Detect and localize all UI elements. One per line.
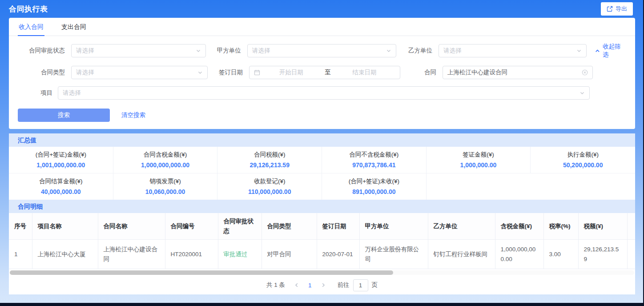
project-placeholder: 请选择 [63, 89, 580, 97]
chevron-right-icon [321, 282, 326, 288]
contract-label: 合同 [411, 68, 436, 76]
summary-value: 10,060,000.00 [116, 188, 215, 195]
cell-party-a: 万科企业股份有限公司 [359, 240, 428, 269]
col-header-seq: 序号 [9, 213, 32, 240]
clear-search-link[interactable]: 清空搜索 [121, 111, 145, 119]
summary-card: 执行金额(¥) 50,200,000.00 [531, 147, 635, 173]
pagination-total: 共 1 条 [266, 281, 285, 289]
summary-value: 1,000,000.00 [429, 161, 528, 169]
col-header-project-name: 项目名称 [32, 213, 98, 240]
date-range-separator: 至 [322, 68, 334, 76]
tabs: 收入合同 支出合同 [9, 18, 635, 36]
chevron-down-icon [196, 48, 201, 53]
col-header-contract-no: 合同编号 [165, 213, 218, 240]
contract-detail-table: 序号 项目名称 合同名称 合同编号 合同审批状态 合同类型 签订日期 甲方单位 … [9, 213, 635, 269]
col-header-tax-rate: 税率(%) [543, 213, 578, 240]
sign-date-range-input[interactable]: 开始日期 至 结束日期 [249, 66, 400, 79]
page-title: 合同执行表 [9, 4, 48, 14]
col-header-extra [627, 213, 635, 240]
horizontal-scrollbar-track[interactable] [10, 270, 634, 275]
page: 合同执行表 导出 收入合同 支出合同 合同审批状态 请选择 甲方单位 [0, 0, 644, 306]
export-button[interactable]: 导出 [601, 2, 633, 16]
summary-label: 合同税额(¥) [220, 151, 319, 159]
goto-label: 前往 [338, 281, 350, 289]
chevron-left-icon [294, 282, 299, 288]
party-b-placeholder: 请选择 [443, 47, 576, 55]
summary-card-empty [531, 173, 635, 200]
collapse-filter-label: 收起筛选 [603, 43, 626, 59]
filter-row-1: 合同审批状态 请选择 甲方单位 请选择 乙方单位 请选择 收起筛选 [18, 43, 626, 59]
table-header-row: 序号 项目名称 合同名称 合同编号 合同审批状态 合同类型 签订日期 甲方单位 … [9, 213, 635, 240]
summary-card-empty [427, 173, 531, 200]
page-1-button[interactable]: 1 [308, 282, 312, 289]
summary-value: 29,126,213.59 [220, 161, 319, 169]
summary-label: 合同结算金额(¥) [12, 177, 110, 185]
prev-page-button[interactable] [294, 282, 299, 288]
approval-status-placeholder: 请选择 [76, 47, 196, 55]
summary-section-title: 汇总值 [9, 133, 635, 147]
contract-type-label: 合同类型 [18, 68, 65, 76]
contract-type-select[interactable]: 请选择 [71, 66, 208, 79]
summary-label: 销项发票(¥) [116, 177, 215, 185]
summary-card: 合同不含税金额(¥) 970,873,786.41 [322, 147, 427, 173]
summary-value: 1,001,000,000.00 [12, 161, 110, 169]
pagination: 共 1 条 1 前往 页 [9, 276, 635, 294]
summary-label: 执行金额(¥) [533, 151, 632, 159]
cell-contract-name: 上海松江中心建设合同 [98, 240, 165, 269]
horizontal-scrollbar-thumb[interactable] [10, 270, 393, 275]
summary-grid: (合同+签证)金额(¥) 1,001,000,000.00 合同含税金额(¥) … [9, 147, 635, 200]
col-header-tax-amount: 税额(¥) [578, 213, 627, 240]
col-header-party-a: 甲方单位 [359, 213, 428, 240]
status-badge[interactable]: 审批通过 [224, 251, 248, 258]
summary-value: 970,873,786.41 [325, 161, 423, 169]
summary-label: (合同+签证)金额(¥) [12, 151, 110, 159]
cell-contract-type: 对甲合同 [262, 240, 317, 269]
project-select[interactable]: 请选择 [58, 86, 590, 100]
party-b-select[interactable]: 请选择 [439, 44, 587, 57]
cell-contract-no: HT2020001 [165, 240, 218, 269]
cell-tax-rate: 3.00 [543, 240, 578, 269]
cell-seq: 1 [9, 240, 32, 269]
approval-status-select[interactable]: 请选择 [71, 44, 206, 57]
summary-card: 签证金额(¥) 1,000,000.00 [427, 147, 531, 173]
tab-expense-contract[interactable]: 支出合同 [60, 18, 87, 36]
summary-card: 合同税额(¥) 29,126,213.59 [217, 147, 322, 173]
next-page-button[interactable] [321, 282, 326, 288]
filter-row-2: 合同类型 请选择 签订日期 开始日期 至 结束日期 合同 上 [18, 66, 626, 79]
calendar-icon [254, 69, 260, 76]
top-bar: 合同执行表 导出 [0, 0, 644, 18]
sign-date-label: 签订日期 [217, 68, 243, 76]
cell-project-name: 上海松江中心大厦 [32, 240, 98, 269]
tab-income-contract[interactable]: 收入合同 [18, 18, 44, 36]
contract-name-value: 上海松江中心建设合同 [447, 68, 582, 76]
party-b-label: 乙方单位 [407, 47, 432, 55]
filter-actions: 搜索 清空搜索 [18, 109, 626, 129]
table-row[interactable]: 1 上海松江中心大厦 上海松江中心建设合同 HT2020001 审批通过 对甲合… [9, 240, 635, 269]
filter-form: 合同审批状态 请选择 甲方单位 请选择 乙方单位 请选择 收起筛选 [9, 36, 635, 129]
summary-card: 收款登记(¥) 110,000,000.00 [217, 173, 322, 200]
chevron-up-icon [595, 48, 600, 54]
filter-row-3: 项目 请选择 [18, 86, 626, 100]
summary-label: 合同含税金额(¥) [116, 151, 215, 159]
chevron-down-icon [576, 48, 582, 53]
col-header-contract-type: 合同类型 [262, 213, 317, 240]
page-unit-label: 页 [372, 281, 378, 289]
start-date-placeholder: 开始日期 [260, 68, 322, 76]
search-button[interactable]: 搜索 [18, 109, 110, 122]
party-a-placeholder: 请选择 [252, 47, 386, 55]
goto-page-input[interactable] [353, 279, 368, 291]
party-a-label: 甲方单位 [215, 47, 241, 55]
col-header-party-b: 乙方单位 [428, 213, 495, 240]
collapse-filter-link[interactable]: 收起筛选 [595, 43, 626, 59]
circle-close-icon[interactable] [582, 69, 588, 76]
party-a-select[interactable]: 请选择 [247, 44, 396, 57]
cell-sign-date: 2020-07-01 [317, 240, 359, 269]
col-header-tax-incl-amount: 含税金额(¥) [495, 213, 543, 240]
filter-card: 收入合同 支出合同 合同审批状态 请选择 甲方单位 请选择 乙方单位 请选择 [9, 18, 635, 129]
contract-name-input[interactable]: 上海松江中心建设合同 [443, 66, 593, 79]
end-date-placeholder: 结束日期 [334, 68, 395, 76]
summary-card: (合同+签证)未收(¥) 891,000,000.00 [322, 173, 427, 200]
cell-party-b: 钉钉工程行业样板间 [428, 240, 495, 269]
cell-approval-status: 审批通过 [218, 240, 262, 269]
export-label: 导出 [616, 5, 627, 13]
